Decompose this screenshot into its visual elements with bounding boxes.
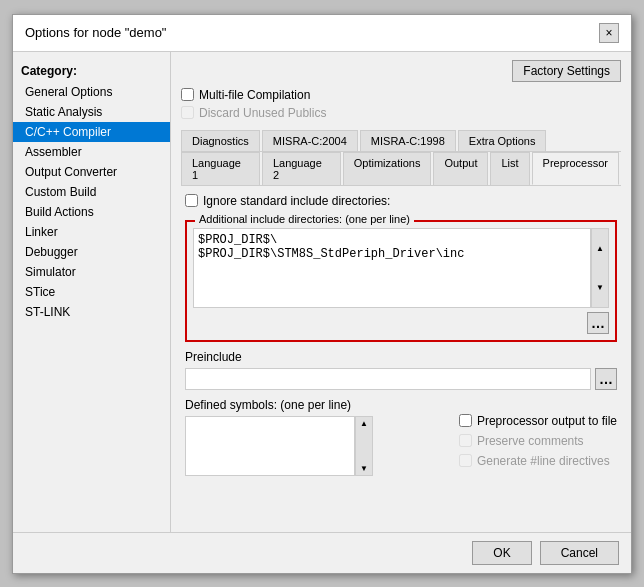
- discard-unused-publics-row: Discard Unused Publics: [181, 106, 621, 120]
- ignore-standard-row: Ignore standard include directories:: [185, 194, 617, 208]
- discard-unused-publics-label: Discard Unused Publics: [199, 106, 326, 120]
- close-button[interactable]: ×: [599, 23, 619, 43]
- preserve-comments-label: Preserve comments: [477, 434, 584, 448]
- sidebar-item-st-link[interactable]: ST-LINK: [13, 302, 170, 322]
- tab-preprocessor[interactable]: Preprocessor: [532, 152, 619, 185]
- category-label: Category:: [13, 60, 170, 82]
- sidebar-item-simulator[interactable]: Simulator: [13, 262, 170, 282]
- dialog-title: Options for node "demo": [25, 25, 166, 40]
- generate-directives-label: Generate #line directives: [477, 454, 610, 468]
- tabs-row2: Language 1 Language 2 Optimizations Outp…: [181, 152, 621, 186]
- defined-row: Defined symbols: (one per line) ▲ ▼: [185, 398, 617, 476]
- generate-directives-checkbox: [459, 454, 472, 467]
- discard-unused-publics-checkbox: [181, 106, 194, 119]
- preinclude-input-row: …: [185, 368, 617, 390]
- sidebar-item-build-actions[interactable]: Build Actions: [13, 202, 170, 222]
- additional-include-label: Additional include directories: (one per…: [195, 213, 414, 225]
- tab-optimizations[interactable]: Optimizations: [343, 152, 432, 185]
- tab-output[interactable]: Output: [433, 152, 488, 185]
- defined-symbols-wrap: ▲ ▼: [185, 416, 449, 476]
- ignore-standard-checkbox[interactable]: [185, 194, 198, 207]
- tabs-row1: Diagnostics MISRA-C:2004 MISRA-C:1998 Ex…: [181, 130, 621, 152]
- preserve-comments-checkbox: [459, 434, 472, 447]
- main-panel: Factory Settings Multi-file Compilation …: [171, 52, 631, 532]
- tab-misra-1998[interactable]: MISRA-C:1998: [360, 130, 456, 151]
- defined-scrollbar: ▲ ▼: [355, 416, 373, 476]
- tab-extra-options[interactable]: Extra Options: [458, 130, 547, 151]
- preinclude-row: Preinclude …: [185, 350, 617, 390]
- defined-symbols-right: Preprocessor output to file Preserve com…: [459, 398, 617, 476]
- dialog-body: Category: General Options Static Analysi…: [13, 52, 631, 532]
- preinclude-browse-button[interactable]: …: [595, 368, 617, 390]
- multifile-compilation-row: Multi-file Compilation: [181, 88, 621, 102]
- tab-content: Ignore standard include directories: Add…: [181, 186, 621, 524]
- multifile-compilation-label: Multi-file Compilation: [199, 88, 310, 102]
- include-scrollbar: ▲ ▼: [591, 228, 609, 308]
- include-browse-button[interactable]: …: [587, 312, 609, 334]
- include-scroll-down[interactable]: ▼: [592, 268, 608, 307]
- sidebar: Category: General Options Static Analysi…: [13, 52, 171, 532]
- include-scroll-up[interactable]: ▲: [592, 229, 608, 268]
- title-bar: Options for node "demo" ×: [13, 15, 631, 52]
- defined-scroll-up[interactable]: ▲: [356, 417, 372, 446]
- defined-symbols-left: Defined symbols: (one per line) ▲ ▼: [185, 398, 449, 476]
- additional-include-group: Additional include directories: (one per…: [185, 220, 617, 342]
- tab-language2[interactable]: Language 2: [262, 152, 341, 185]
- factory-settings-button[interactable]: Factory Settings: [512, 60, 621, 82]
- ok-button[interactable]: OK: [472, 541, 531, 565]
- sidebar-item-general-options[interactable]: General Options: [13, 82, 170, 102]
- tab-diagnostics[interactable]: Diagnostics: [181, 130, 260, 151]
- defined-symbols-textarea[interactable]: [185, 416, 355, 476]
- additional-include-input-wrap: $PROJ_DIR$\ $PROJ_DIR$\STM8S_StdPeriph_D…: [193, 228, 609, 308]
- defined-symbols-label: Defined symbols: (one per line): [185, 398, 449, 412]
- tab-misra-2004[interactable]: MISRA-C:2004: [262, 130, 358, 151]
- sidebar-item-debugger[interactable]: Debugger: [13, 242, 170, 262]
- additional-include-textarea[interactable]: $PROJ_DIR$\ $PROJ_DIR$\STM8S_StdPeriph_D…: [193, 228, 591, 308]
- preprocessor-output-checkbox[interactable]: [459, 414, 472, 427]
- preinclude-label: Preinclude: [185, 350, 617, 364]
- sidebar-item-assembler[interactable]: Assembler: [13, 142, 170, 162]
- sidebar-item-stice[interactable]: STice: [13, 282, 170, 302]
- tab-list[interactable]: List: [490, 152, 529, 185]
- sidebar-item-static-analysis[interactable]: Static Analysis: [13, 102, 170, 122]
- sidebar-item-linker[interactable]: Linker: [13, 222, 170, 242]
- sidebar-item-custom-build[interactable]: Custom Build: [13, 182, 170, 202]
- top-row: Factory Settings: [181, 60, 621, 82]
- cancel-button[interactable]: Cancel: [540, 541, 619, 565]
- preinclude-input[interactable]: [185, 368, 591, 390]
- tab-language1[interactable]: Language 1: [181, 152, 260, 185]
- dialog-footer: OK Cancel: [13, 532, 631, 573]
- multifile-compilation-checkbox[interactable]: [181, 88, 194, 101]
- ignore-standard-label: Ignore standard include directories:: [203, 194, 390, 208]
- sidebar-item-cpp-compiler[interactable]: C/C++ Compiler: [13, 122, 170, 142]
- preprocessor-output-label: Preprocessor output to file: [477, 414, 617, 428]
- defined-scroll-down[interactable]: ▼: [356, 446, 372, 475]
- dialog: Options for node "demo" × Category: Gene…: [12, 14, 632, 574]
- sidebar-item-output-converter[interactable]: Output Converter: [13, 162, 170, 182]
